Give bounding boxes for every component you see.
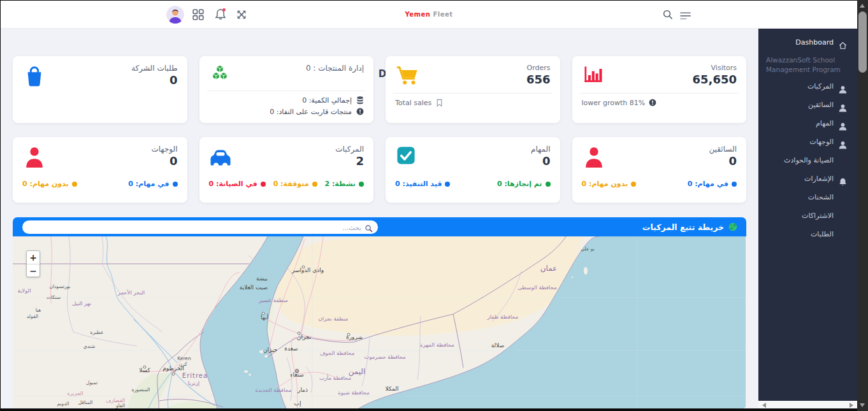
search-icon[interactable] [662, 9, 674, 20]
card-title: طلبات الشركة [131, 64, 177, 73]
shopping-bag-icon [22, 64, 47, 88]
notifications-bell-icon[interactable] [215, 8, 227, 20]
sidebar-item-destinations[interactable]: الوجهات [758, 133, 857, 151]
sidebar-item-notifications[interactable]: الإشعارات [758, 169, 857, 188]
stat-no-tasks: بدون مهام: 0 [582, 180, 637, 188]
sidebar-item-subscriptions[interactable]: الاشتراكات [758, 206, 857, 225]
map-label: هيا [36, 307, 41, 313]
stat-in-progress: قيد التنفيذ: 0 [395, 180, 450, 188]
card-title: Visitors [693, 64, 737, 72]
sidebar-item-requests[interactable]: الطلبات [758, 225, 857, 243]
apps-grid-icon[interactable] [192, 9, 204, 20]
card-stats: نشطة: 2 متوقفة: 0 في الصيانة: 0 [209, 180, 365, 188]
main-content: Dashboard طلبات الشركة 0 [1, 29, 758, 408]
sidebar-item-dashboard[interactable]: Dashboard [758, 33, 857, 52]
stat-card-products: إدارة المنتجات : 0 [199, 56, 374, 123]
card-stats: في مهام: 0 بدون مهام: 0 [582, 180, 737, 188]
status-dot [173, 182, 178, 187]
stat-card-orders: Orders 656 Total sales [386, 56, 560, 123]
alert-circle-icon [356, 108, 364, 116]
map-label: محافظة الوسطى [517, 284, 556, 291]
stat-label: قيد التنفيذ: 0 [395, 180, 442, 188]
products-total-quantity: إجمالي الكمية: 0 [209, 96, 365, 105]
card-info-line: إجمالي الكمية: 0 [302, 96, 352, 105]
map-label: بو علي [581, 246, 595, 252]
sidebar-item-maintenance[interactable]: الصيانة والحوادث [758, 151, 857, 169]
card-title: إدارة المنتجات : 0 [306, 64, 364, 73]
map-label: منطقة عسير [258, 297, 288, 303]
status-dot [359, 182, 364, 187]
sidebar-item-label: الطلبات [811, 230, 834, 238]
divider [393, 93, 553, 94]
products-low-stock: منتجات قاربت على النفاد: 0 [209, 108, 365, 116]
status-dot [445, 182, 450, 187]
menu-lines-icon[interactable] [680, 11, 691, 22]
divider [580, 93, 739, 94]
stat-label: في مهام: 0 [688, 180, 728, 188]
card-stats: في مهام: 0 بدون مهام: 0 [22, 180, 178, 188]
vertical-scrollbar[interactable] [857, 0, 868, 411]
user-icon [839, 138, 847, 146]
sidebar-item-label: الوجهات [809, 138, 834, 146]
scroll-down-arrow[interactable] [860, 403, 865, 407]
map-label: شندي [83, 343, 95, 349]
card-title: الوجهات [151, 145, 177, 154]
status-dot [732, 182, 737, 187]
bookmark-icon [435, 99, 444, 107]
map-label: صنعاء [290, 371, 304, 378]
brand-logo: Yemen Fleet [405, 11, 452, 18]
sidebar-section-label: AlwazzanSoft School Management Program [758, 55, 857, 75]
map-panel-title: خريطة تتبع المركبات [642, 222, 737, 232]
status-dot [546, 182, 551, 187]
magnifier-icon [365, 223, 373, 231]
status-dot [72, 182, 77, 187]
user-avatar[interactable] [166, 6, 184, 24]
status-dot [631, 182, 636, 187]
scrollbar-thumb[interactable] [858, 11, 867, 73]
sidebar-item-label: المهام [816, 119, 834, 127]
map-label: الدويم [57, 401, 69, 407]
zoom-out-button[interactable]: − [27, 264, 40, 277]
sidebar-item-vehicles[interactable]: المركبات [758, 77, 857, 96]
card-value: 0 [151, 154, 177, 168]
fullscreen-expand-icon[interactable] [236, 9, 247, 20]
card-value: 656 [526, 73, 551, 86]
stat-cards-row-2: الوجهات 0 في مهام: 0 بدون مهام: 0 المركب… [13, 137, 746, 203]
map-label: إب [294, 400, 301, 407]
card-info-line: منتجات قاربت على النفاد: 0 [270, 108, 352, 116]
user-icon [839, 101, 847, 109]
map-label: الجزيرة [67, 391, 83, 396]
sidebar-item-drivers[interactable]: السائقين [758, 96, 857, 114]
sidebar-item-label: الصيانة والحوادث [784, 156, 834, 164]
zoom-in-button[interactable]: + [27, 251, 40, 264]
map-label: بيشة [256, 275, 268, 282]
shopping-cart-icon [395, 64, 419, 88]
stat-in-maintenance: في الصيانة: 0 [209, 180, 266, 188]
database-icon [356, 96, 364, 105]
map[interactable]: اليمنعمانEritreaإرتريامنطقة عسيرمنطقة نج… [13, 236, 746, 408]
map-label: صلالة [491, 342, 505, 349]
scroll-up-arrow[interactable] [860, 4, 865, 8]
map-label: بورتسودان [49, 284, 70, 289]
map-label: عمان [540, 264, 558, 273]
map-label: صعدة [284, 345, 298, 352]
sidebar-item-tasks[interactable]: المهام [758, 114, 857, 133]
top-navbar: Yemen Fleet [1, 1, 857, 29]
map-label: الولاية [17, 287, 31, 294]
sidebar-item-shipments[interactable]: الشحنات [758, 188, 857, 206]
stat-label: متوقفة: 0 [273, 180, 309, 188]
sidebar-item-label: الإشعارات [804, 175, 834, 183]
stat-in-tasks: في مهام: 0 [128, 180, 177, 188]
map-label: جيزان [263, 347, 277, 353]
scroll-right-arrow[interactable] [850, 403, 853, 408]
map-label: الفاو [115, 403, 125, 408]
card-title: المهام [531, 145, 551, 154]
scroll-left-arrow[interactable] [762, 403, 766, 408]
cubes-icon [209, 64, 231, 85]
stat-label: بدون مهام: 0 [582, 180, 628, 188]
sidebar-item-label: السائقين [808, 101, 834, 109]
map-search-input[interactable] [22, 220, 378, 234]
card-value: 0 [131, 73, 177, 87]
sidebar-horizontal-scrollbar[interactable] [758, 401, 857, 408]
stat-label: نشطة: 2 [324, 180, 356, 188]
